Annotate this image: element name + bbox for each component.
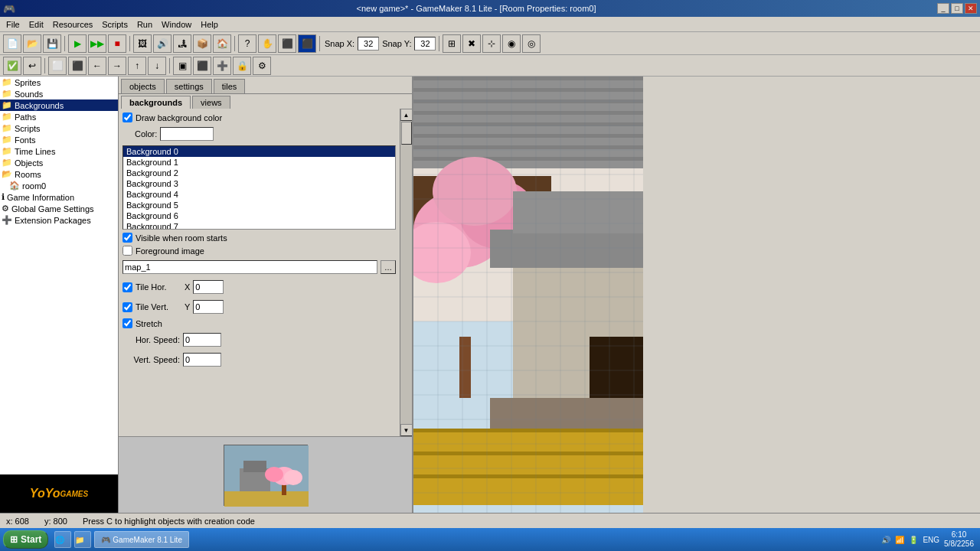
- settings2-btn[interactable]: ⚙: [253, 57, 271, 75]
- sound-button[interactable]: 🔊: [153, 34, 172, 53]
- taskbar-explorer[interactable]: 📁: [74, 531, 91, 548]
- add-btn[interactable]: ➕: [213, 57, 231, 75]
- undo-btn[interactable]: ↩: [23, 57, 41, 75]
- scroll-thumb[interactable]: [401, 122, 412, 145]
- scroll-up-arrow[interactable]: ▲: [400, 109, 413, 121]
- bg-list-item-7[interactable]: Background 7: [123, 221, 395, 230]
- taskbar-ie[interactable]: 🌐: [54, 531, 71, 548]
- menu-window[interactable]: Window: [157, 18, 196, 31]
- tree-rooms-label: Rooms: [15, 170, 41, 179]
- move-right[interactable]: →: [108, 57, 126, 75]
- draw-btn[interactable]: ⬜: [48, 57, 67, 75]
- bg-button[interactable]: 🏞: [173, 34, 191, 53]
- bg-list-item-3[interactable]: Background 3: [123, 178, 395, 189]
- room-button[interactable]: 🏠: [213, 34, 231, 53]
- tree-fonts[interactable]: 📁 Fonts: [0, 134, 118, 145]
- snap-grid[interactable]: ⊹: [482, 34, 501, 53]
- tree-paths[interactable]: 📁 Paths: [0, 111, 118, 122]
- view-btn[interactable]: ◉: [502, 34, 521, 53]
- object-button[interactable]: 📦: [193, 34, 211, 53]
- bg-list[interactable]: Background 0 Background 1 Background 2 B…: [122, 145, 396, 230]
- stop-button[interactable]: ■: [108, 34, 126, 53]
- tree-room0[interactable]: 🏠 room0: [0, 180, 118, 191]
- hor-speed-input[interactable]: [183, 333, 221, 347]
- tree-timelines[interactable]: 📁 Time Lines: [0, 145, 118, 157]
- view2-btn[interactable]: ◎: [522, 34, 541, 53]
- tree-backgrounds[interactable]: 📁 Backgrounds: [0, 99, 118, 111]
- maximize-button[interactable]: □: [951, 3, 963, 14]
- vert-speed-input[interactable]: [183, 353, 221, 367]
- sprite-button[interactable]: 🖼: [133, 34, 152, 53]
- new-button[interactable]: 📄: [3, 34, 21, 53]
- move-left[interactable]: ←: [88, 57, 106, 75]
- tab-tiles[interactable]: tiles: [214, 79, 246, 93]
- menu-run[interactable]: Run: [132, 18, 157, 31]
- bg-list-item-0[interactable]: Background 0: [123, 146, 395, 157]
- sub-tab-backgrounds[interactable]: backgrounds: [121, 96, 191, 109]
- menu-file[interactable]: File: [2, 18, 24, 31]
- snap-y-input[interactable]: [414, 37, 436, 51]
- x-input[interactable]: [193, 280, 224, 294]
- select-btn[interactable]: ▣: [173, 57, 191, 75]
- image-name-input[interactable]: [122, 260, 377, 274]
- bg-list-item-2[interactable]: Background 2: [123, 168, 395, 178]
- run-debug-button[interactable]: ▶▶: [88, 34, 106, 53]
- tree-rooms[interactable]: 📂 Rooms: [0, 168, 118, 180]
- start-label: Start: [21, 534, 41, 545]
- tree-extensions[interactable]: ➕ Extension Packages: [0, 214, 118, 226]
- visible-when-room-starts-checkbox[interactable]: [122, 233, 132, 243]
- sub-tabs-row: backgrounds views: [119, 94, 412, 109]
- taskbar-gamemaker[interactable]: 🎮 GameMaker 8.1 Lite: [94, 531, 189, 548]
- y-input[interactable]: [193, 300, 224, 314]
- tree-scripts[interactable]: 📁 Scripts: [0, 122, 118, 134]
- tree-objects[interactable]: 📁 Objects: [0, 157, 118, 168]
- move-down[interactable]: ↓: [148, 57, 166, 75]
- more-btn-2[interactable]: ✋: [258, 34, 276, 53]
- start-button[interactable]: ⊞ Start: [3, 530, 48, 549]
- tree-sounds[interactable]: 📁 Sounds: [0, 88, 118, 99]
- scroll-down-arrow[interactable]: ▼: [400, 424, 413, 436]
- minimize-button[interactable]: _: [937, 3, 949, 14]
- stretch-checkbox[interactable]: [122, 318, 132, 328]
- snap-x-input[interactable]: [358, 37, 379, 51]
- x-coord: x: 608: [6, 517, 29, 526]
- browse-button[interactable]: …: [381, 260, 396, 274]
- foreground-image-checkbox[interactable]: [122, 246, 132, 256]
- bg-list-item-4[interactable]: Background 4: [123, 189, 395, 200]
- fill-btn[interactable]: ⬛: [193, 57, 211, 75]
- bg-list-item-6[interactable]: Background 6: [123, 210, 395, 221]
- bg-list-item-1[interactable]: Background 1: [123, 157, 395, 168]
- grid-toggle[interactable]: ✖: [462, 34, 481, 53]
- hor-speed-row: Hor. Speed:: [122, 333, 396, 347]
- run-button[interactable]: ▶: [68, 34, 87, 53]
- stretch-label: Stretch: [136, 319, 162, 328]
- lock-btn[interactable]: 🔒: [233, 57, 251, 75]
- close-button[interactable]: ✕: [965, 3, 977, 14]
- tab-settings[interactable]: settings: [166, 79, 212, 93]
- menu-resources[interactable]: Resources: [48, 18, 98, 31]
- tab-objects[interactable]: objects: [121, 79, 165, 93]
- accept-btn[interactable]: ✅: [3, 57, 21, 75]
- tree-globalsettings[interactable]: ⚙ Global Game Settings: [0, 203, 118, 214]
- draw-bg-color-checkbox[interactable]: [122, 112, 132, 122]
- tile-hor-checkbox[interactable]: [122, 282, 132, 292]
- eraser-btn[interactable]: ⬛: [68, 57, 87, 75]
- sub-tab-views[interactable]: views: [192, 96, 230, 109]
- tree-gameinfo-label: Game Information: [7, 193, 74, 202]
- tree-gameinfo[interactable]: ℹ Game Information: [0, 191, 118, 203]
- menu-help[interactable]: Help: [196, 18, 223, 31]
- more-btn-4[interactable]: ⬛: [298, 34, 316, 53]
- more-btn-1[interactable]: ?: [238, 34, 256, 53]
- move-up[interactable]: ↑: [128, 57, 146, 75]
- more-btn-3[interactable]: ⬛: [278, 34, 296, 53]
- menu-edit[interactable]: Edit: [24, 18, 48, 31]
- battery-icon: 🔋: [909, 536, 918, 544]
- menu-scripts[interactable]: Scripts: [97, 18, 132, 31]
- tile-vert-checkbox[interactable]: [122, 302, 132, 312]
- grid-btn[interactable]: ⊞: [443, 34, 461, 53]
- bg-list-item-5[interactable]: Background 5: [123, 200, 395, 210]
- open-button[interactable]: 📂: [23, 34, 41, 53]
- save-button[interactable]: 💾: [43, 34, 61, 53]
- tree-sprites[interactable]: 📁 Sprites: [0, 77, 118, 88]
- color-swatch[interactable]: [160, 127, 214, 141]
